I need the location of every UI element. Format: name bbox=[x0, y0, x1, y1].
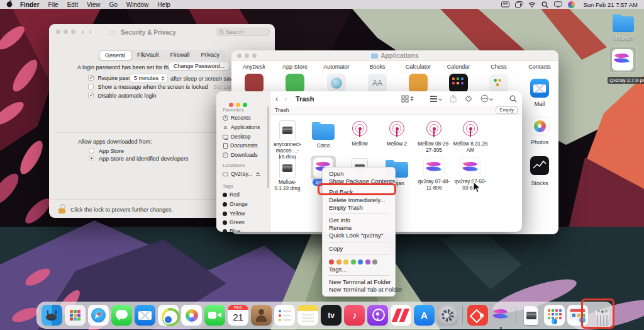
more-actions-button[interactable] bbox=[480, 94, 492, 103]
automator-app-icon[interactable] bbox=[327, 74, 346, 93]
sidebar-item-applications[interactable]: A Applications bbox=[223, 124, 260, 130]
forward-button[interactable]: › bbox=[284, 94, 287, 103]
show-all-grid-icon[interactable] bbox=[109, 30, 116, 35]
show-message-checkbox[interactable] bbox=[88, 84, 94, 89]
dock-anydesk-icon[interactable] bbox=[467, 305, 488, 326]
tag-yellow-dot[interactable] bbox=[343, 259, 348, 265]
file-qv2ray-0750[interactable]: qv2ray 07-50-03-692 bbox=[452, 157, 489, 191]
view-options-button[interactable] bbox=[401, 95, 414, 103]
file-mellow[interactable]: Mellow bbox=[341, 120, 378, 147]
app-label-anydesk[interactable]: AnyDesk bbox=[235, 64, 274, 70]
menu-item-open[interactable]: Open bbox=[323, 170, 395, 178]
stocks-app-label[interactable]: Stocks bbox=[521, 180, 558, 186]
tag-purple-dot[interactable] bbox=[365, 259, 370, 265]
dock-safari-icon[interactable] bbox=[88, 305, 109, 326]
require-interval-select[interactable]: 5 minutes bbox=[130, 74, 168, 82]
sidebar-item-qv2ray-volume[interactable]: Qv2ray... bbox=[223, 171, 260, 177]
desktop-icon-qv2ray[interactable]: Qv2ray 2.7.0-pre2 bbox=[608, 47, 638, 84]
dock-calendar-icon[interactable]: FEB 21 bbox=[228, 305, 248, 326]
menu-item-quick-look[interactable]: Quick Look "qv2ray" bbox=[323, 232, 395, 239]
siri-icon[interactable] bbox=[568, 1, 575, 8]
search-button[interactable] bbox=[509, 95, 517, 103]
stocks-app-icon[interactable] bbox=[530, 156, 549, 175]
dock-vpn-app-icon[interactable] bbox=[158, 305, 179, 326]
anydesk-app-icon[interactable] bbox=[245, 74, 264, 93]
menu-window[interactable]: Window bbox=[126, 1, 149, 8]
file-mellow-dmg[interactable]: Mellow-0.1.22.dmg bbox=[269, 157, 306, 192]
file-mellow-08-26[interactable]: Mellow 08-26-27-305 bbox=[416, 120, 452, 154]
zoom-button[interactable] bbox=[243, 103, 247, 107]
menu-view[interactable]: View bbox=[87, 1, 101, 8]
menu-finder[interactable]: Finder bbox=[20, 1, 40, 8]
dock-finder-icon[interactable] bbox=[42, 305, 62, 326]
minimize-button[interactable] bbox=[64, 30, 68, 34]
disable-auto-login-checkbox[interactable] bbox=[88, 93, 94, 98]
photos-app-label[interactable]: Photos bbox=[521, 139, 558, 145]
tag-blue-dot[interactable] bbox=[358, 259, 363, 265]
menu-item-tags[interactable]: Tags... bbox=[323, 266, 395, 273]
menu-item-delete-immediately[interactable]: Delete Immediately... bbox=[323, 196, 395, 204]
dock-system-preferences-icon[interactable] bbox=[437, 305, 458, 326]
menu-item-new-terminal-tab[interactable]: New Terminal Tab at Folder bbox=[323, 286, 395, 293]
app-label-contacts[interactable]: Contacts bbox=[520, 64, 558, 70]
sidebar-item-documents[interactable]: Documents bbox=[223, 142, 257, 149]
dock-podcasts-icon[interactable] bbox=[367, 305, 388, 326]
dock-dmg-document-icon[interactable] bbox=[521, 305, 541, 326]
sidebar-item-recents[interactable]: Recents bbox=[223, 115, 251, 121]
windows-stack-status-icon[interactable] bbox=[515, 1, 523, 8]
file-mellow-83126[interactable]: Mellow 8.31.26 AM bbox=[452, 120, 489, 154]
tag-red-dot[interactable] bbox=[329, 259, 334, 265]
calculator-app-icon[interactable] bbox=[409, 74, 428, 93]
file-anyconnect-dmg[interactable]: anyconnect-macos-...-k9.dmg bbox=[269, 120, 306, 161]
app-label-automator[interactable]: Automator bbox=[317, 64, 356, 70]
app-store-app-icon[interactable] bbox=[286, 74, 304, 93]
wifi-icon[interactable] bbox=[528, 2, 536, 8]
mail-app-label[interactable]: Mail bbox=[521, 101, 558, 107]
applications-titlebar[interactable]: Applications bbox=[231, 50, 558, 61]
spotlight-search-icon[interactable] bbox=[541, 1, 548, 8]
share-button[interactable] bbox=[450, 94, 457, 103]
group-button[interactable] bbox=[430, 95, 441, 103]
calendar-app-icon[interactable] bbox=[449, 74, 468, 93]
chess-app-icon[interactable] bbox=[489, 74, 508, 93]
file-mellow-2[interactable]: Mellow 2 bbox=[379, 120, 415, 147]
menu-item-get-info[interactable]: Get Info bbox=[323, 217, 395, 224]
dock-photos-icon[interactable] bbox=[181, 305, 202, 326]
file-cisco-folder[interactable]: Cisco bbox=[305, 120, 341, 149]
apple-menu-icon[interactable] bbox=[6, 0, 13, 9]
menu-edit[interactable]: Edit bbox=[67, 1, 78, 8]
menu-item-copy[interactable]: Copy bbox=[323, 245, 395, 253]
unlocked-padlock-icon[interactable] bbox=[58, 204, 66, 213]
app-label-calculator[interactable]: Calculator bbox=[399, 64, 438, 70]
tag-orange-dot[interactable] bbox=[336, 259, 341, 265]
back-button[interactable]: ‹ bbox=[275, 94, 278, 103]
eject-icon[interactable] bbox=[256, 172, 260, 176]
dock-launchpad-icon[interactable] bbox=[65, 305, 86, 326]
tag-button[interactable] bbox=[465, 95, 472, 103]
mail-app-icon[interactable] bbox=[530, 79, 549, 98]
search-field[interactable]: Search bbox=[216, 28, 270, 36]
dock-notes-icon[interactable] bbox=[297, 305, 318, 326]
app-store-radio[interactable] bbox=[89, 148, 94, 154]
security-titlebar[interactable]: ‹› Security & Privacy Search bbox=[49, 24, 275, 40]
file-qv2ray-0748[interactable]: qv2ray 07-48-11-806 bbox=[416, 157, 452, 191]
empty-trash-button[interactable]: Empty bbox=[496, 106, 518, 114]
tag-gray-dot[interactable] bbox=[372, 259, 377, 265]
app-label-appstore[interactable]: App Store bbox=[275, 64, 314, 70]
display-status-icon[interactable] bbox=[554, 1, 562, 8]
sidebar-item-downloads[interactable]: Downloads bbox=[223, 152, 258, 158]
sidebar-item-desktop[interactable]: Desktop bbox=[223, 134, 251, 140]
tab-privacy[interactable]: Privacy bbox=[195, 50, 225, 60]
tag-green-dot[interactable] bbox=[351, 259, 356, 265]
sidebar-tag-green[interactable]: Green bbox=[223, 219, 245, 225]
dock-reminders-icon[interactable] bbox=[274, 305, 295, 326]
app-label-books[interactable]: Books bbox=[358, 64, 397, 70]
menu-item-empty-trash[interactable]: Empty Trash bbox=[323, 204, 395, 212]
keyboard-status-icon[interactable] bbox=[501, 1, 509, 8]
tab-filevault[interactable]: FileVault bbox=[131, 50, 164, 60]
tab-general[interactable]: General bbox=[99, 50, 131, 60]
menu-go[interactable]: Go bbox=[109, 1, 117, 8]
app-label-calendar[interactable]: Calendar bbox=[439, 64, 478, 70]
require-password-checkbox[interactable] bbox=[88, 75, 94, 81]
app-label-chess[interactable]: Chess bbox=[479, 64, 518, 70]
